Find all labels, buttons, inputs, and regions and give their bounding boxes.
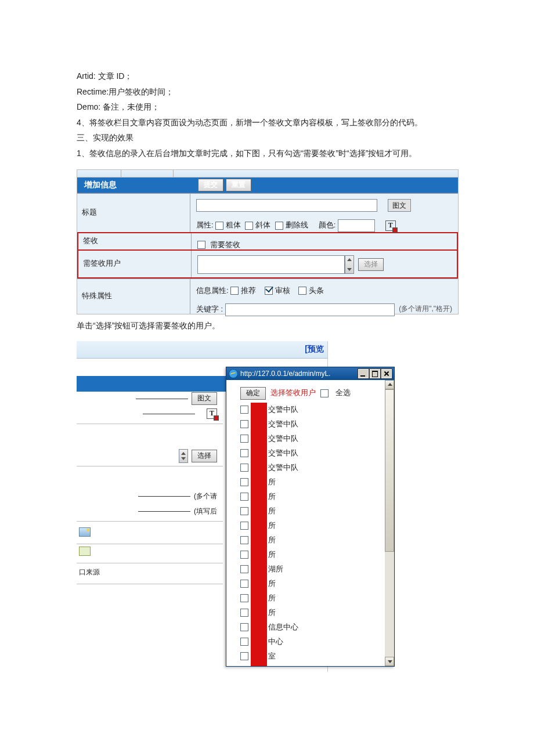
recommend-checkbox[interactable] bbox=[230, 287, 239, 295]
image-icon bbox=[79, 547, 91, 556]
user-label: 室 bbox=[268, 649, 276, 664]
bold-label: 粗体 bbox=[226, 220, 241, 229]
list-item: 交警中队 bbox=[240, 417, 381, 432]
user-label: 湖所 bbox=[268, 562, 283, 577]
headline-checkbox[interactable] bbox=[298, 287, 306, 295]
reset-button[interactable]: 重置 bbox=[226, 179, 251, 191]
popup-ok-button[interactable]: 确定 bbox=[240, 387, 266, 400]
ie-icon bbox=[229, 369, 238, 378]
font-icon[interactable]: T bbox=[385, 220, 396, 231]
list-item: 湖所 bbox=[240, 562, 381, 577]
audit-label: 审核 bbox=[275, 286, 290, 295]
tuwen-button[interactable]: 图文 bbox=[388, 199, 411, 212]
user-checkbox[interactable] bbox=[240, 507, 248, 515]
user-checkbox[interactable] bbox=[240, 609, 248, 617]
user-checkbox[interactable] bbox=[240, 638, 248, 646]
text-line: 1、签收信息的录入在后台增加文章时完成，如下图，只有勾选“需要签收”时“选择”按… bbox=[77, 146, 457, 161]
text-line: 4、将签收栏目文章内容页面设为动态页面，新增一个签收文章内容模板，写上签收部分的… bbox=[77, 115, 457, 131]
user-checkbox[interactable] bbox=[240, 493, 248, 501]
user-checkbox[interactable] bbox=[240, 435, 248, 443]
text-line: 单击“选择”按钮可选择需要签收的用户。 bbox=[77, 318, 457, 334]
user-label: 所 bbox=[268, 548, 276, 562]
preview-link[interactable]: [预览 bbox=[77, 341, 327, 359]
bg-source-label: 口来源 bbox=[77, 565, 223, 580]
user-label: 所 bbox=[268, 475, 276, 490]
user-checkbox[interactable] bbox=[240, 623, 248, 631]
user-label: 所 bbox=[268, 490, 276, 504]
bg-tuwen-button[interactable]: 图文 bbox=[192, 392, 217, 405]
user-label: 所 bbox=[268, 577, 276, 591]
text-line: Demo: 备注，未使用； bbox=[77, 99, 457, 115]
keywords-hint: (多个请用","格开) bbox=[399, 302, 452, 316]
select-users-button[interactable]: 选择 bbox=[358, 258, 384, 271]
popup-heading: 选择签收用户 bbox=[270, 386, 316, 400]
list-item: 所 bbox=[240, 475, 381, 490]
user-checkbox[interactable] bbox=[240, 652, 248, 660]
user-checkbox[interactable] bbox=[240, 449, 248, 457]
list-item: 所 bbox=[240, 548, 381, 562]
color-label: 颜色: bbox=[319, 220, 336, 229]
image-icon bbox=[79, 527, 91, 537]
minimize-icon[interactable] bbox=[358, 369, 369, 378]
popup-user-list: 交警中队交警中队交警中队交警中队交警中队所所所所所所湖所所所所信息中心中心室 bbox=[240, 403, 381, 664]
tab-strip bbox=[77, 170, 458, 178]
list-item: 所 bbox=[240, 490, 381, 504]
list-item: 所 bbox=[240, 591, 381, 606]
text-line: Artid: 文章 ID； bbox=[77, 68, 457, 84]
user-select-popup: http://127.0.0.1/e/admin/myL. 确定 选择 bbox=[226, 367, 395, 667]
form-header-row: 增加信息 提交 重置 bbox=[77, 178, 458, 193]
bg-font-icon[interactable]: T bbox=[207, 408, 217, 419]
user-checkbox[interactable] bbox=[240, 464, 248, 472]
user-label: 交警中队 bbox=[268, 417, 298, 432]
list-item: 交警中队 bbox=[240, 432, 381, 446]
bg-select-button[interactable]: 选择 bbox=[192, 450, 217, 462]
popup-titlebar[interactable]: http://127.0.0.1/e/admin/myL. bbox=[226, 367, 394, 380]
scroll-down-icon[interactable] bbox=[385, 657, 394, 666]
close-icon[interactable] bbox=[381, 369, 392, 378]
row-label-special: 特殊属性 bbox=[77, 279, 190, 314]
title-input[interactable] bbox=[196, 199, 377, 212]
list-item: 所 bbox=[240, 504, 381, 519]
form-header-title: 增加信息 bbox=[77, 177, 192, 193]
user-checkbox[interactable] bbox=[240, 536, 248, 544]
bg-textarea-scrollbar[interactable] bbox=[179, 449, 188, 463]
color-input[interactable] bbox=[338, 219, 375, 232]
list-item: 所 bbox=[240, 519, 381, 533]
user-label: 信息中心 bbox=[268, 620, 298, 635]
row-label-signusers: 需签收用户 bbox=[78, 251, 192, 277]
user-checkbox[interactable] bbox=[240, 420, 248, 428]
strike-checkbox[interactable] bbox=[275, 222, 283, 230]
italic-checkbox[interactable] bbox=[245, 222, 253, 230]
form-screenshot: 增加信息 提交 重置 标题 图文 属性: 粗体 斜体 删除线 颜 bbox=[77, 169, 459, 314]
user-checkbox[interactable] bbox=[240, 551, 248, 559]
scroll-thumb[interactable] bbox=[385, 389, 394, 552]
textarea-scrollbar[interactable] bbox=[345, 255, 354, 274]
maximize-icon[interactable] bbox=[370, 369, 380, 378]
need-sign-checkbox[interactable] bbox=[197, 241, 205, 249]
list-item: 交警中队 bbox=[240, 461, 381, 475]
user-checkbox[interactable] bbox=[240, 406, 248, 414]
list-item: 所 bbox=[240, 606, 381, 620]
sign-users-textarea[interactable] bbox=[197, 255, 345, 274]
user-checkbox[interactable] bbox=[240, 522, 248, 530]
audit-checkbox[interactable] bbox=[265, 287, 273, 295]
background-form-fragment: 图文 T 选择 (多个请 (填写后 bbox=[77, 391, 223, 587]
user-checkbox[interactable] bbox=[240, 594, 248, 602]
list-item: 交警中队 bbox=[240, 403, 381, 417]
list-item: 交警中队 bbox=[240, 446, 381, 461]
user-checkbox[interactable] bbox=[240, 478, 248, 486]
user-label: 所 bbox=[268, 591, 276, 606]
user-checkbox[interactable] bbox=[240, 565, 248, 573]
bold-checkbox[interactable] bbox=[215, 222, 223, 230]
user-label: 所 bbox=[268, 533, 276, 548]
row-label-title: 标题 bbox=[77, 194, 190, 232]
user-checkbox[interactable] bbox=[240, 580, 248, 588]
italic-label: 斜体 bbox=[255, 220, 270, 229]
keywords-label: 关键字 : bbox=[196, 305, 223, 313]
submit-button[interactable]: 提交 bbox=[198, 179, 223, 191]
scroll-up-icon[interactable] bbox=[385, 380, 394, 389]
popup-screenshot: [预览 图文 T 选择 (多个请 bbox=[77, 341, 328, 672]
keywords-input[interactable] bbox=[225, 303, 395, 316]
popup-scrollbar[interactable] bbox=[385, 380, 394, 666]
select-all-checkbox[interactable] bbox=[320, 389, 329, 397]
